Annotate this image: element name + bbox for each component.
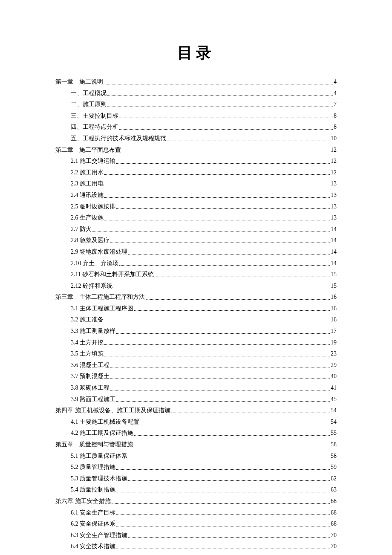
- toc-entry-page: 62: [331, 473, 337, 485]
- toc-leader-dots: [110, 243, 330, 243]
- toc-entry: 4.1 主要施工机械设备配置54: [55, 416, 337, 428]
- page-title: 目录: [55, 43, 337, 64]
- toc-entry: 2.7 防火14: [55, 224, 337, 235]
- toc-entry: 6.3 安全生产管理措施70: [55, 530, 337, 541]
- toc-entry-label: 3.2 施工准备: [71, 314, 104, 326]
- toc-entry-label: 6.4 安全技术措施: [71, 541, 115, 552]
- toc-entry-page: 4: [334, 88, 337, 99]
- toc-entry: 3.2 施工准备16: [55, 314, 337, 326]
- toc-leader-dots: [107, 95, 333, 95]
- toc-leader-dots: [104, 84, 333, 84]
- toc-leader-dots: [171, 413, 330, 413]
- toc-entry-label: 3.6 混凝土工程: [71, 360, 110, 371]
- toc-entry-page: 17: [331, 326, 337, 337]
- toc-entry: 5.2 质量管理措施59: [55, 462, 337, 473]
- toc-entry-label: 第六章 施工安全措施: [55, 496, 111, 507]
- toc-leader-dots: [104, 356, 330, 356]
- toc-entry: 五、工程执行的技术标准及规程规范10: [55, 133, 337, 145]
- toc-entry: 2.1 施工交通运输12: [55, 156, 337, 167]
- toc-entry-page: 59: [331, 462, 337, 473]
- toc-entry-page: 12: [331, 167, 337, 179]
- toc-entry: 2.3 施工用电13: [55, 178, 337, 190]
- toc-entry: 6.2 安全保证体系68: [55, 518, 337, 530]
- toc-entry-label: 第二章 施工平面总布置: [55, 145, 121, 156]
- toc-leader-dots: [128, 480, 330, 481]
- toc-entry-page: 63: [331, 484, 337, 496]
- toc-entry: 2.9 场地废水废渣处理14: [55, 246, 337, 258]
- toc-leader-dots: [104, 186, 330, 186]
- toc-entry: 3.8 浆砌体工程41: [55, 382, 337, 394]
- toc-leader-dots: [146, 299, 330, 300]
- toc-leader-dots: [167, 141, 330, 141]
- toc-entry-page: 15: [331, 280, 337, 292]
- toc-entry-page: 8: [334, 121, 337, 133]
- toc-entry-label: 2.6 生产设施: [71, 212, 104, 224]
- toc-entry-page: 54: [331, 416, 337, 428]
- toc-entry-label: 3.9 路面工程施工: [71, 394, 115, 405]
- toc-entry-page: 13: [331, 201, 337, 213]
- toc-entry-label: 五、工程执行的技术标准及规程规范: [71, 133, 166, 145]
- toc-entry-label: 四、工程特点分析: [71, 121, 118, 133]
- toc-entry: 四、工程特点分析8: [55, 121, 337, 133]
- toc-leader-dots: [116, 333, 330, 334]
- toc-entry-label: 2.11 砂石料和土料开采加工系统: [71, 269, 154, 280]
- toc-entry-page: 4: [334, 76, 337, 88]
- toc-entry: 2.8 急救及医疗14: [55, 235, 337, 246]
- toc-entry: 3.5 土方填筑23: [55, 348, 337, 360]
- toc-leader-dots: [128, 254, 330, 254]
- toc-entry: 一、工程概况4: [55, 88, 337, 99]
- toc-entry: 3.4 土方开挖19: [55, 337, 337, 349]
- toc-entry-label: 4.1 主要施工机械设备配置: [71, 416, 139, 428]
- toc-leader-dots: [116, 492, 330, 492]
- toc-entry-label: 3.7 预制混凝土: [71, 371, 110, 382]
- toc-entry-label: 4.2 施工工期及保证措施: [71, 428, 133, 439]
- toc-entry: 5.1 施工质量保证体系58: [55, 451, 337, 462]
- toc-entry-page: 68: [331, 496, 337, 507]
- toc-entry-page: 70: [331, 541, 337, 552]
- toc-entry-label: 2.12 砼拌和系统: [71, 280, 112, 292]
- toc-entry-label: 5.3 质量管理技术措施: [71, 473, 127, 485]
- toc-leader-dots: [116, 208, 330, 209]
- toc-entry: 6.4 安全技术措施70: [55, 541, 337, 552]
- toc-entry-page: 14: [331, 246, 337, 258]
- toc-entry: 2.12 砼拌和系统15: [55, 280, 337, 292]
- toc-entry: 二、施工原则7: [55, 99, 337, 110]
- toc-entry: 2.4 通讯设施13: [55, 190, 337, 201]
- toc-leader-dots: [116, 401, 330, 402]
- toc-entry: 第五章 质量控制与管理措施58: [55, 439, 337, 451]
- toc-entry-label: 6.3 安全生产管理措施: [71, 530, 127, 541]
- toc-entry: 2.5 临时设施按排13: [55, 201, 337, 213]
- toc-entry-page: 13: [331, 212, 337, 224]
- toc-entry-label: 三、主要控制目标: [71, 110, 118, 122]
- toc-entry: 5.3 质量管理技术措施62: [55, 473, 337, 485]
- toc-entry: 3.7 预制混凝土40: [55, 371, 337, 382]
- toc-entry-page: 55: [331, 428, 337, 439]
- toc-leader-dots: [107, 107, 333, 107]
- toc-entry-label: 2.4 通讯设施: [71, 190, 104, 201]
- toc-leader-dots: [116, 526, 330, 526]
- toc-entry-label: 3.1 主体工程施工程序图: [71, 303, 133, 315]
- toc-leader-dots: [104, 322, 330, 322]
- toc-entry-page: 12: [331, 156, 337, 167]
- toc-entry-label: 第四章 施工机械设备、施工工期及保证措施: [55, 405, 170, 416]
- toc-entry: 3.3 施工测量放样17: [55, 326, 337, 337]
- toc-entry-page: 8: [334, 110, 337, 122]
- toc-entry-page: 15: [331, 269, 337, 280]
- toc-entry-label: 5.2 质量管理措施: [71, 462, 115, 473]
- toc-leader-dots: [119, 118, 333, 118]
- table-of-contents: 第一章 施工说明4一、工程概况4二、施工原则7三、主要控制目标8四、工程特点分析…: [55, 76, 337, 552]
- toc-leader-dots: [155, 277, 330, 277]
- toc-entry-label: 2.2 施工用水: [71, 167, 104, 179]
- toc-entry-page: 45: [331, 394, 337, 405]
- toc-leader-dots: [134, 435, 330, 436]
- toc-entry-label: 2.3 施工用电: [71, 178, 104, 190]
- toc-entry-label: 2.5 临时设施按排: [71, 201, 115, 213]
- toc-leader-dots: [122, 152, 330, 152]
- toc-entry: 3.9 路面工程施工45: [55, 394, 337, 405]
- toc-leader-dots: [112, 503, 330, 504]
- toc-entry-label: 第五章 质量控制与管理措施: [55, 439, 133, 451]
- toc-leader-dots: [110, 390, 330, 390]
- toc-entry-page: 41: [331, 382, 337, 394]
- toc-leader-dots: [116, 469, 330, 470]
- toc-entry: 4.2 施工工期及保证措施55: [55, 428, 337, 439]
